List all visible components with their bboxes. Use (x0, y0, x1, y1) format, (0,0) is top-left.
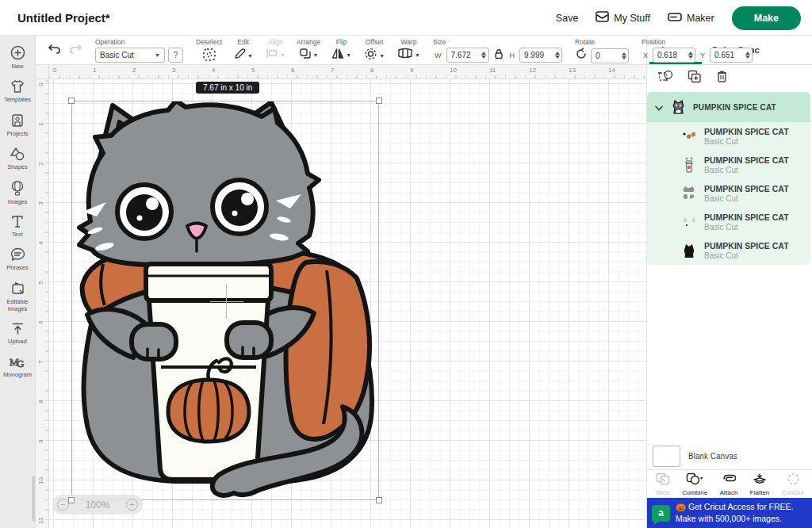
duplicate-icon[interactable] (688, 70, 702, 86)
editable-frame-icon (10, 281, 25, 296)
chevron-down-icon[interactable] (655, 100, 663, 114)
undo-icon[interactable] (48, 44, 61, 58)
y-label: Y (700, 52, 705, 59)
ruler-left-number: 0 (37, 81, 44, 89)
attach-paperclip-icon (722, 473, 737, 488)
height-stepper[interactable] (553, 52, 561, 59)
y-stepper[interactable] (743, 52, 752, 59)
blank-canvas-row[interactable]: Blank Canvas (647, 443, 812, 469)
combine-button[interactable]: Combine (682, 473, 707, 496)
warp-menu[interactable]: ▼ (397, 48, 420, 62)
ruler-left-number: 5 (37, 279, 44, 287)
rotate-icon[interactable] (575, 48, 588, 63)
cricut-access-banner[interactable]: a 🎃 Get Cricut Access for FREE. Make wit… (647, 498, 812, 528)
selection-handle-top-right[interactable] (376, 98, 382, 104)
height-label: H (510, 52, 515, 59)
help-button[interactable]: ? (168, 48, 183, 63)
sidebar-item-upload[interactable]: Upload (0, 317, 36, 350)
zoom-in-button[interactable]: + (126, 499, 138, 511)
selection-handle-bottom-left[interactable] (68, 497, 75, 503)
zoom-out-button[interactable]: − (57, 499, 69, 511)
x-position-input[interactable]: 0.618 (653, 48, 695, 63)
group-icon[interactable] (658, 70, 673, 86)
sidebar-scrollbar[interactable] (32, 476, 35, 522)
group-title: PUMPKIN SPICE CAT (693, 103, 776, 112)
slice-button: Slice (656, 473, 670, 496)
arrange-menu[interactable]: ▼ (299, 48, 319, 63)
edit-menu[interactable]: ▼ (233, 48, 253, 63)
flip-menu[interactable]: ▼ (331, 48, 351, 63)
combine-icon (686, 473, 703, 488)
selection-bounding-box[interactable] (71, 101, 379, 500)
rotate-input[interactable]: 0 (591, 48, 629, 63)
rotate-stepper[interactable] (619, 52, 628, 59)
left-sidebar: New Templates Projects Shapes Images Tex… (0, 36, 36, 528)
height-input[interactable]: 9.999 (519, 48, 562, 63)
redo-icon[interactable] (69, 44, 82, 58)
layer-thumbnail (680, 127, 698, 146)
ruler-top-number: 10 (450, 67, 457, 74)
deselect-icon[interactable] (202, 48, 216, 65)
ruler-left-number: 1 (37, 121, 44, 128)
layer-row-cup[interactable]: PUMPKIN SPICE CATBasic Cut (647, 151, 810, 179)
size-label: Size (433, 38, 562, 46)
speech-bubble-icon (10, 247, 25, 262)
sidebar-item-new[interactable]: New (0, 40, 36, 75)
ruler-top-number: 0 (53, 67, 56, 74)
layers-panel: Layers Color Sync PUMPKIN SPICE CAT PUMP… (646, 36, 812, 528)
canvas-color-swatch[interactable] (653, 446, 680, 467)
layer-row-gray[interactable]: PUMPKIN SPICE CATBasic Cut (647, 179, 810, 208)
shapes-icon (10, 147, 25, 161)
sidebar-item-shapes[interactable]: Shapes (0, 142, 36, 175)
ruler-top-number: 6 (291, 67, 294, 74)
layer-thumbnail (680, 212, 698, 231)
sidebar-item-editable-images[interactable]: Editable Images (0, 277, 36, 318)
maker-machine-button[interactable]: Maker (668, 12, 714, 25)
ruler-left-number: 8 (37, 398, 44, 406)
sidebar-item-phrases[interactable]: Phrases (0, 243, 36, 276)
ruler-top-number: 12 (529, 67, 536, 74)
layer-row-pink[interactable]: PUMPKIN SPICE CATBasic Cut (647, 208, 810, 236)
selection-handle-top-left[interactable] (68, 98, 75, 104)
width-input[interactable]: 7.672 (446, 48, 489, 63)
zoom-control[interactable]: − 100% + (52, 495, 143, 515)
project-title[interactable]: Untitled Project* (17, 11, 110, 25)
ruler-top-number: 3 (172, 67, 175, 74)
position-label: Position (642, 38, 753, 46)
flatten-button[interactable]: Flatten (750, 473, 769, 496)
operation-select[interactable]: Basic Cut▼ (95, 48, 165, 63)
sidebar-item-text[interactable]: Text (0, 210, 36, 243)
rotate-label: Rotate (575, 38, 629, 46)
edit-label: Edit (237, 38, 249, 46)
lock-icon[interactable] (494, 48, 504, 63)
selection-handle-bottom-right[interactable] (376, 497, 382, 503)
arrange-label: Arrange (297, 38, 320, 46)
attach-button[interactable]: Attach (720, 473, 738, 496)
sidebar-item-monogram[interactable]: MG Monogram (0, 350, 36, 383)
delete-icon[interactable] (716, 70, 728, 86)
width-stepper[interactable] (480, 52, 488, 59)
y-position-input[interactable]: 0.651 (710, 48, 753, 63)
offset-menu[interactable]: ▼ (364, 48, 385, 63)
layer-row-black[interactable]: PUMPKIN SPICE CATBasic Cut (647, 236, 810, 265)
layer-thumbnail (680, 155, 698, 174)
ruler-top-number: 1 (93, 67, 96, 74)
save-button[interactable]: Save (556, 13, 579, 24)
ruler-top-number: 2 (132, 67, 136, 74)
warp-label: Warp (401, 38, 417, 46)
top-bar: Untitled Project* Save My Stuff Maker Ma… (0, 0, 812, 36)
sidebar-item-images[interactable]: Images (0, 176, 36, 210)
layer-group-header[interactable]: PUMPKIN SPICE CAT (647, 92, 810, 122)
make-button[interactable]: Make (732, 6, 801, 30)
my-stuff-button[interactable]: My Stuff (596, 11, 650, 25)
text-icon (11, 215, 24, 228)
x-stepper[interactable] (686, 52, 695, 59)
zoom-level: 100% (86, 499, 110, 511)
sidebar-item-projects[interactable]: Projects (0, 109, 36, 142)
ruler-top-number: 5 (251, 67, 255, 74)
sidebar-item-templates[interactable]: Templates (0, 75, 36, 108)
ruler-top-number: 8 (370, 67, 373, 74)
layer-row-scarf[interactable]: PUMPKIN SPICE CATBasic Cut (647, 122, 810, 151)
banner-line-2: Make with 500,000+ images. (676, 513, 793, 525)
upload-icon (11, 322, 25, 335)
